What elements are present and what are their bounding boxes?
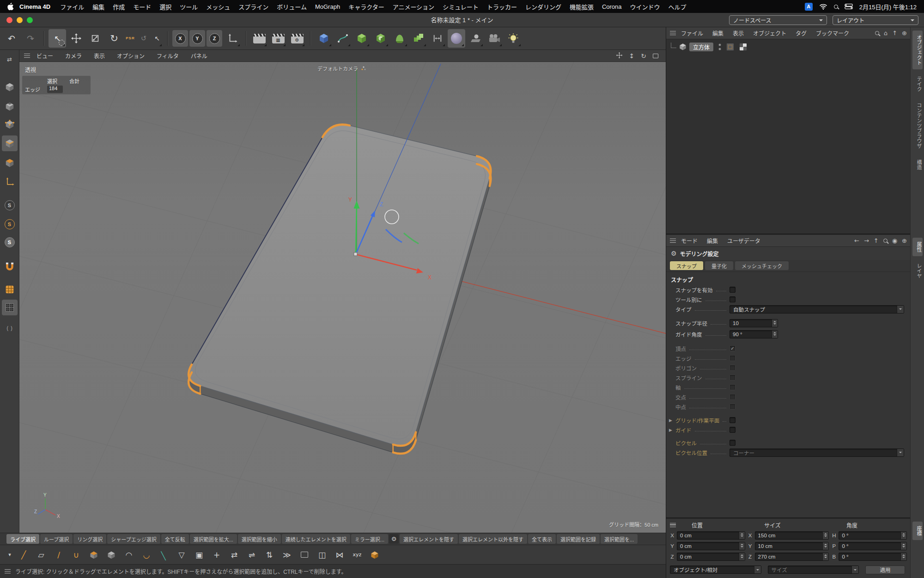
om-menu-file[interactable]: ファイル: [677, 29, 707, 37]
am-menu-edit[interactable]: 編集: [703, 237, 722, 245]
hide-selected-button[interactable]: 選択エレメントを隠す: [400, 534, 458, 544]
viewport-menu-view[interactable]: ビュー: [31, 52, 59, 60]
pixel-position-dropdown[interactable]: コーナー: [729, 449, 904, 457]
ime-badge[interactable]: A: [805, 3, 813, 11]
viewport-menu-options[interactable]: オプション: [111, 52, 150, 60]
app-name[interactable]: Cinema 4D: [14, 3, 56, 10]
paint-selection-icon[interactable]: ╱: [16, 547, 31, 563]
enable-axis-button[interactable]: [2, 174, 18, 190]
menu-spline[interactable]: スプライン: [234, 2, 273, 11]
am-search-icon[interactable]: [883, 239, 888, 243]
smooth-shift-icon[interactable]: ◠: [121, 547, 137, 563]
distribute-icon[interactable]: ≫: [279, 547, 295, 563]
enable-snap-checkbox[interactable]: [729, 287, 736, 293]
side-tab-objects[interactable]: オブジェクト: [912, 31, 923, 69]
points-mode-button[interactable]: [2, 117, 18, 132]
side-tab-content-browser[interactable]: コンテンツブラウザ: [912, 98, 923, 153]
menu-create[interactable]: 作成: [109, 2, 129, 11]
tool-history-rotate-icon[interactable]: ↺: [138, 29, 150, 48]
object-name-label[interactable]: 立方体: [689, 43, 713, 51]
scale-tool[interactable]: [86, 29, 104, 48]
menu-animation[interactable]: アニメーション: [389, 2, 438, 11]
viewport-menu-filter[interactable]: フィルタ: [151, 52, 184, 60]
spinner-arrows[interactable]: [772, 320, 778, 327]
edges-mode-button[interactable]: [2, 135, 18, 151]
attribute-menu-icon[interactable]: [670, 239, 676, 243]
menu-file[interactable]: ファイル: [56, 2, 88, 11]
live-selection-button[interactable]: ライブ選択: [6, 534, 39, 544]
coordinate-mode-dropdown[interactable]: オブジェクト/相対: [670, 566, 761, 574]
tool-history-cursor-icon[interactable]: ↖: [151, 29, 163, 48]
om-search-icon[interactable]: [875, 31, 879, 35]
position-z-field[interactable]: 0 cm: [677, 553, 745, 561]
menu-mesh[interactable]: メッシュ: [202, 2, 234, 11]
polygon-snap-checkbox[interactable]: [729, 365, 736, 371]
swap-arrows-icon[interactable]: ⇄: [226, 547, 242, 563]
rotation-h-field[interactable]: 0 °: [839, 531, 907, 540]
snap-magnet-button[interactable]: [2, 259, 18, 275]
weld-tool-icon[interactable]: ⋈: [332, 547, 347, 563]
undo-button[interactable]: ↶: [3, 29, 20, 48]
unhide-all-button[interactable]: 全て表示: [528, 534, 556, 544]
am-parent-icon[interactable]: ↑: [874, 237, 879, 244]
side-tab-coordinates[interactable]: 座標: [912, 522, 923, 540]
invert-all-button[interactable]: 全て反転: [161, 534, 189, 544]
render-to-picture-viewer-button[interactable]: ▦: [269, 29, 287, 48]
spotlight-search-icon[interactable]: [834, 5, 838, 9]
workplane-snap-button[interactable]: [2, 300, 18, 315]
per-tool-checkbox[interactable]: [729, 296, 736, 302]
cone-primitive-icon[interactable]: ▽: [174, 547, 189, 563]
viewport-solo-single-button[interactable]: S: [2, 216, 18, 232]
coordinates-menu-icon[interactable]: [670, 523, 676, 527]
menu-extensions[interactable]: 機能拡張: [565, 2, 598, 11]
am-forward-icon[interactable]: →: [864, 237, 869, 244]
grow-selection-button[interactable]: 選択範囲を拡大...: [190, 534, 237, 544]
viewport-menu-camera[interactable]: カメラ: [60, 52, 87, 60]
control-center-icon[interactable]: [845, 4, 853, 9]
sharp-edge-selection-button[interactable]: シャープエッジ選択: [107, 534, 160, 544]
expand-arrow-icon[interactable]: ▶: [669, 418, 672, 423]
vertex-snap-checkbox[interactable]: ✓: [729, 345, 736, 351]
grid-workplane-checkbox[interactable]: [729, 417, 736, 423]
measure-tool-button[interactable]: [429, 29, 446, 48]
om-home-icon[interactable]: ⌂: [884, 30, 888, 37]
am-lock-icon[interactable]: ◉: [892, 237, 897, 244]
spline-snap-checkbox[interactable]: [729, 375, 736, 381]
om-menu-bookmarks[interactable]: ブックマーク: [812, 29, 853, 37]
model-mode-button[interactable]: [2, 79, 18, 95]
om-menu-tags[interactable]: タグ: [791, 29, 811, 37]
bevel-tool-icon[interactable]: [86, 547, 102, 563]
phong-tag-icon[interactable]: [739, 43, 747, 51]
z-axis-lock-button[interactable]: Z: [207, 30, 222, 47]
magnet-tool-icon[interactable]: ∪: [68, 547, 84, 563]
menubar-clock[interactable]: 2月15日(月) 午後1:12: [859, 2, 917, 11]
midpoint-snap-checkbox[interactable]: [729, 404, 736, 410]
deformer-button[interactable]: [391, 29, 408, 48]
move-tool[interactable]: [67, 29, 85, 48]
stamp-tool-icon[interactable]: ▱: [33, 547, 49, 563]
am-new-panel-icon[interactable]: ⊕: [902, 237, 907, 244]
menu-edit[interactable]: 編集: [88, 2, 109, 11]
om-menu-view[interactable]: 表示: [729, 29, 748, 37]
projection-label[interactable]: 透視: [25, 66, 36, 74]
texture-mode-button[interactable]: [2, 98, 18, 114]
pixel-snap-checkbox[interactable]: [729, 440, 736, 446]
axis-snap-checkbox[interactable]: [729, 384, 736, 390]
am-menu-userdata[interactable]: ユーザデータ: [723, 237, 765, 245]
viewport-canvas[interactable]: X Y Z: [19, 62, 666, 533]
guide-snap-checkbox[interactable]: [729, 427, 736, 433]
node-space-dropdown[interactable]: ノードスペース: [729, 15, 827, 25]
hide-unselected-button[interactable]: 選択エレメント以外を隠す: [459, 534, 527, 544]
viewport-menu-panel[interactable]: パネル: [185, 52, 213, 60]
menu-rendering[interactable]: レンダリング: [521, 2, 565, 11]
edge-selection-tag-icon[interactable]: [726, 43, 734, 51]
object-origin[interactable]: [354, 252, 357, 256]
stitch-and-sew-icon[interactable]: ⇅: [261, 547, 277, 563]
size-mode-dropdown[interactable]: サイズ: [768, 566, 859, 574]
menu-volume[interactable]: ボリューム: [273, 2, 311, 11]
menu-mode[interactable]: モード: [129, 2, 155, 11]
psr-reset-buttons[interactable]: PSR: [124, 29, 136, 48]
subdivision-surface-button[interactable]: [353, 29, 371, 48]
position-y-field[interactable]: 0 cm: [677, 542, 745, 550]
y-axis-lock-button[interactable]: Y: [189, 30, 205, 47]
